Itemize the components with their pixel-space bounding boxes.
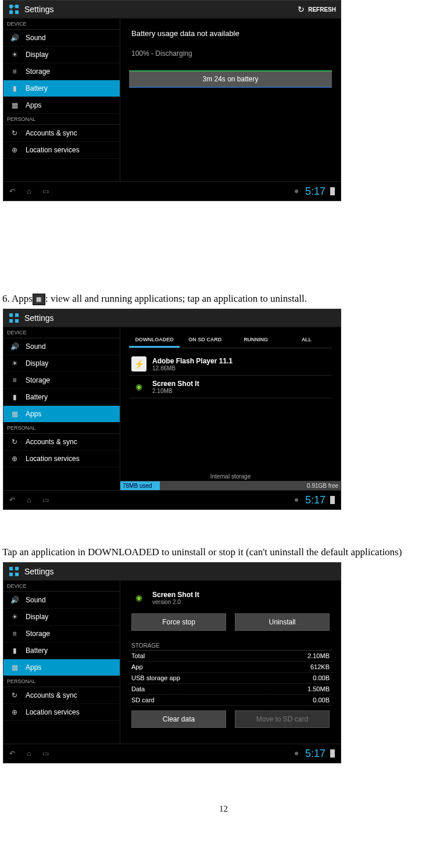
refresh-label[interactable]: REFRESH	[308, 6, 336, 13]
tab-sdcard[interactable]: ON SD CARD	[180, 333, 230, 348]
apps-icon: ▦	[9, 410, 20, 418]
sound-icon: 🔊	[9, 342, 20, 351]
status-dot	[295, 498, 298, 502]
home-icon[interactable]: ⌂	[27, 496, 31, 504]
clock: 5:17	[305, 494, 326, 506]
navbar: ↶ ⌂ ▭ 5:17	[3, 744, 341, 763]
home-icon[interactable]: ⌂	[27, 749, 31, 758]
stat-sd: SD card0.00B	[129, 695, 332, 706]
battery-msg: Battery usage data not available	[129, 24, 332, 42]
sidebar-item-apps[interactable]: ▦Apps	[3, 406, 120, 423]
svg-rect-12	[9, 573, 13, 576]
sidebar-item-display[interactable]: ☀Display	[3, 47, 120, 63]
recent-icon[interactable]: ▭	[42, 187, 49, 195]
back-icon[interactable]: ↶	[9, 187, 15, 195]
sidebar-item-location[interactable]: ⊕Location services	[3, 704, 120, 721]
storage-icon: ≡	[9, 67, 20, 76]
battery-status-icon	[330, 496, 335, 504]
sidebar-item-storage[interactable]: ≡Storage	[3, 626, 120, 642]
battery-icon: ▮	[9, 84, 20, 92]
sidebar-item-storage[interactable]: ≡Storage	[3, 372, 120, 389]
sidebar-item-battery[interactable]: ▮Battery	[3, 642, 120, 659]
android-icon: ◉	[131, 379, 146, 394]
battery-time-bar[interactable]: 3m 24s on battery	[129, 70, 332, 88]
sidebar-item-label: Location services	[26, 146, 80, 154]
back-icon[interactable]: ↶	[9, 496, 15, 504]
location-icon: ⊕	[9, 708, 20, 716]
sidebar-item-sound[interactable]: 🔊Sound	[3, 30, 120, 47]
back-icon[interactable]: ↶	[9, 749, 15, 758]
svg-rect-1	[15, 5, 19, 8]
sidebar-item-label: Sound	[26, 34, 46, 42]
sidebar-item-display[interactable]: ☀Display	[3, 355, 120, 372]
content-apps: DOWNLOADED ON SD CARD RUNNING ALL ⚡ Adob…	[120, 327, 341, 490]
flash-icon: ⚡	[131, 356, 146, 372]
content-app-detail: ◉ Screen Shot It version 2.0 Force stop …	[120, 581, 341, 744]
recent-icon[interactable]: ▭	[42, 496, 49, 504]
tab-all[interactable]: ALL	[281, 333, 332, 348]
sidebar-item-battery[interactable]: ▮Battery	[3, 389, 120, 406]
navbar: ↶ ⌂ ▭ 5:17	[3, 181, 341, 201]
clear-data-button[interactable]: Clear data	[131, 710, 226, 728]
sidebar-item-apps[interactable]: ▦Apps	[3, 659, 120, 676]
doc-text-1: 6. Apps▦: view all and running applicati…	[0, 288, 447, 309]
settings-icon	[8, 3, 20, 15]
recent-icon[interactable]: ▭	[42, 749, 49, 758]
settings-icon	[8, 566, 20, 577]
sidebar-item-sound[interactable]: 🔊Sound	[3, 592, 120, 609]
screenshot-battery: Settings ↻ REFRESH DEVICE 🔊Sound ☀Displa…	[3, 0, 341, 201]
sidebar-item-display[interactable]: ☀Display	[3, 609, 120, 626]
app-row-screenshot[interactable]: ◉ Screen Shot It 2.10MB	[129, 376, 332, 398]
refresh-icon[interactable]: ↻	[298, 5, 305, 14]
svg-rect-10	[9, 567, 13, 570]
home-icon[interactable]: ⌂	[27, 187, 31, 195]
sidebar-item-location[interactable]: ⊕Location services	[3, 142, 120, 159]
storage-summary: Internal storage 78MB used 0.91GB free	[120, 472, 341, 490]
header-title: Settings	[24, 567, 336, 576]
sound-icon: 🔊	[9, 596, 20, 604]
tab-running[interactable]: RUNNING	[231, 333, 281, 348]
app-detail-name: Screen Shot It	[152, 591, 199, 599]
display-icon: ☀	[9, 51, 20, 59]
app-size: 12.86MB	[152, 365, 233, 372]
storage-title: Internal storage	[120, 472, 341, 481]
svg-rect-6	[9, 313, 13, 317]
storage-icon: ≡	[9, 630, 20, 638]
apps-tabs: DOWNLOADED ON SD CARD RUNNING ALL	[129, 333, 332, 348]
display-icon: ☀	[9, 359, 20, 367]
sound-icon: 🔊	[9, 34, 20, 42]
section-device: DEVICE	[3, 581, 120, 592]
app-name: Screen Shot It	[152, 380, 199, 388]
section-device: DEVICE	[3, 19, 120, 30]
sync-icon: ↻	[9, 691, 20, 699]
screenshot-apps-list: Settings DEVICE 🔊Sound ☀Display ≡Storage…	[3, 309, 341, 510]
force-stop-button[interactable]: Force stop	[131, 613, 226, 631]
clock: 5:17	[305, 185, 326, 198]
svg-rect-8	[9, 319, 13, 323]
settings-icon	[8, 312, 20, 324]
settings-sidebar: DEVICE 🔊Sound ☀Display ≡Storage ▮Battery…	[3, 581, 120, 744]
sidebar-item-accounts[interactable]: ↻Accounts & sync	[3, 434, 120, 451]
section-personal: PERSONAL	[3, 676, 120, 687]
app-name: Adobe Flash Player 11.1	[152, 357, 233, 365]
settings-sidebar: DEVICE 🔊Sound ☀Display ≡Storage ▮Battery…	[3, 19, 120, 181]
stat-usb: USB storage app0.00B	[129, 673, 332, 684]
sidebar-item-location[interactable]: ⊕Location services	[3, 451, 120, 467]
sync-icon: ↻	[9, 129, 20, 137]
settings-header: Settings	[3, 563, 341, 581]
app-row-flash[interactable]: ⚡ Adobe Flash Player 11.1 12.86MB	[129, 353, 332, 376]
battery-status-icon	[330, 749, 335, 758]
tab-downloaded[interactable]: DOWNLOADED	[129, 333, 180, 348]
status-dot	[295, 190, 298, 193]
sidebar-item-accounts[interactable]: ↻Accounts & sync	[3, 125, 120, 142]
uninstall-button[interactable]: Uninstall	[235, 613, 330, 631]
storage-used: 78MB used	[120, 481, 160, 490]
sidebar-item-battery[interactable]: ▮Battery	[3, 80, 120, 97]
sidebar-item-accounts[interactable]: ↻Accounts & sync	[3, 687, 120, 704]
sidebar-item-storage[interactable]: ≡Storage	[3, 63, 120, 80]
sidebar-item-apps[interactable]: ▦Apps	[3, 97, 120, 114]
app-size: 2.10MB	[152, 388, 199, 394]
page-number: 12	[0, 804, 447, 814]
status-dot	[295, 752, 298, 755]
sidebar-item-sound[interactable]: 🔊Sound	[3, 338, 120, 355]
